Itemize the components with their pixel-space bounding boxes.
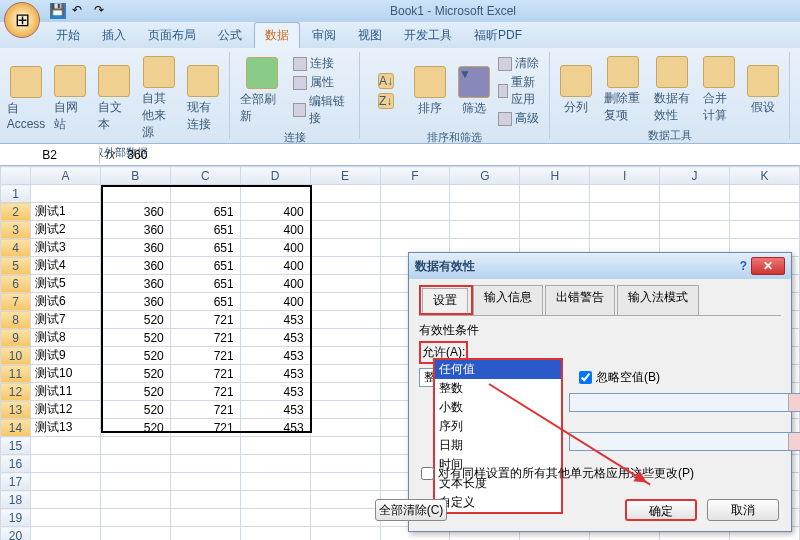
cell[interactable]: 360: [100, 275, 170, 293]
cell[interactable]: [100, 437, 170, 455]
cell[interactable]: [100, 185, 170, 203]
range-picker-icon[interactable]: [788, 394, 800, 411]
refresh-all-button[interactable]: 全部刷新: [236, 55, 289, 127]
cell[interactable]: 520: [100, 419, 170, 437]
cell[interactable]: [240, 455, 310, 473]
cell[interactable]: [660, 203, 730, 221]
cancel-button[interactable]: 取消: [707, 499, 779, 521]
row-header[interactable]: 14: [1, 419, 31, 437]
cell[interactable]: [30, 527, 100, 541]
cell[interactable]: 721: [170, 365, 240, 383]
cell[interactable]: 453: [240, 401, 310, 419]
filter-button[interactable]: ▼筛选: [454, 64, 494, 119]
cell[interactable]: [590, 203, 660, 221]
cell[interactable]: 测试2: [30, 221, 100, 239]
row-header[interactable]: 13: [1, 401, 31, 419]
row-header[interactable]: 19: [1, 509, 31, 527]
cell[interactable]: [100, 455, 170, 473]
col-header[interactable]: A: [30, 167, 100, 185]
cell[interactable]: [240, 491, 310, 509]
cell[interactable]: [310, 239, 380, 257]
cell[interactable]: 520: [100, 383, 170, 401]
cell[interactable]: 测试6: [30, 293, 100, 311]
cell[interactable]: 360: [100, 257, 170, 275]
col-header[interactable]: H: [520, 167, 590, 185]
cell[interactable]: [310, 347, 380, 365]
cell[interactable]: 360: [100, 203, 170, 221]
cell[interactable]: [310, 329, 380, 347]
row-header[interactable]: 7: [1, 293, 31, 311]
cell[interactable]: 651: [170, 221, 240, 239]
dropdown-option[interactable]: 自定义: [435, 493, 561, 512]
cell[interactable]: [450, 203, 520, 221]
cell[interactable]: [310, 275, 380, 293]
data-tool-button[interactable]: 合并计算: [699, 54, 739, 126]
cell[interactable]: [310, 203, 380, 221]
row-header[interactable]: 5: [1, 257, 31, 275]
row-header[interactable]: 16: [1, 455, 31, 473]
cell[interactable]: [520, 221, 590, 239]
cell[interactable]: 651: [170, 239, 240, 257]
col-header[interactable]: K: [729, 167, 799, 185]
redo-icon[interactable]: ↷: [94, 3, 110, 19]
dropdown-option[interactable]: 序列: [435, 417, 561, 436]
row-header[interactable]: 2: [1, 203, 31, 221]
cell[interactable]: [310, 527, 380, 541]
cell[interactable]: [240, 527, 310, 541]
dropdown-option[interactable]: 任何值: [435, 360, 561, 379]
cell[interactable]: [170, 473, 240, 491]
cell[interactable]: 测试8: [30, 329, 100, 347]
cell[interactable]: [590, 221, 660, 239]
cell[interactable]: [30, 437, 100, 455]
cell[interactable]: 测试9: [30, 347, 100, 365]
cell[interactable]: [729, 221, 799, 239]
sort-asc-button[interactable]: A↓: [366, 71, 406, 91]
dropdown-option[interactable]: 日期: [435, 436, 561, 455]
cell[interactable]: [310, 509, 380, 527]
cell[interactable]: 520: [100, 365, 170, 383]
ribbon-tab[interactable]: 开始: [46, 23, 90, 48]
cell[interactable]: [310, 221, 380, 239]
cell[interactable]: [310, 311, 380, 329]
cell[interactable]: 测试7: [30, 311, 100, 329]
cell[interactable]: 721: [170, 311, 240, 329]
reapply-button[interactable]: 重新应用: [498, 73, 543, 109]
advanced-button[interactable]: 高级: [498, 109, 543, 128]
cell[interactable]: [100, 509, 170, 527]
undo-icon[interactable]: ↶: [72, 3, 88, 19]
cell[interactable]: [240, 185, 310, 203]
cell[interactable]: [310, 365, 380, 383]
cell[interactable]: [100, 473, 170, 491]
cell[interactable]: [310, 491, 380, 509]
cell[interactable]: 400: [240, 257, 310, 275]
min-field[interactable]: [569, 393, 800, 412]
cell[interactable]: [310, 401, 380, 419]
ext-data-button[interactable]: 自文本: [94, 63, 134, 135]
cell[interactable]: [450, 221, 520, 239]
cell[interactable]: [310, 419, 380, 437]
col-header[interactable]: F: [380, 167, 450, 185]
ext-data-button[interactable]: 自其他来源: [138, 54, 179, 143]
close-icon[interactable]: ✕: [751, 257, 785, 275]
row-header[interactable]: 12: [1, 383, 31, 401]
edit-links-button[interactable]: 编辑链接: [293, 92, 353, 128]
ext-data-button[interactable]: 自 Access: [6, 64, 46, 133]
help-icon[interactable]: ?: [740, 259, 747, 273]
cell[interactable]: 400: [240, 203, 310, 221]
tab-error-alert[interactable]: 出错警告: [545, 285, 615, 316]
cell[interactable]: 测试5: [30, 275, 100, 293]
cell[interactable]: 721: [170, 383, 240, 401]
col-header[interactable]: J: [660, 167, 730, 185]
cell[interactable]: 测试12: [30, 401, 100, 419]
cell[interactable]: [310, 185, 380, 203]
ext-data-button[interactable]: 现有连接: [183, 63, 223, 135]
cell[interactable]: [729, 185, 799, 203]
cell[interactable]: [170, 185, 240, 203]
row-header[interactable]: 17: [1, 473, 31, 491]
cell[interactable]: [310, 257, 380, 275]
max-field[interactable]: [569, 432, 800, 451]
data-tool-button[interactable]: 分列: [556, 63, 596, 118]
cell[interactable]: [590, 185, 660, 203]
cell[interactable]: 453: [240, 311, 310, 329]
sort-desc-button[interactable]: Z↓: [366, 91, 406, 111]
